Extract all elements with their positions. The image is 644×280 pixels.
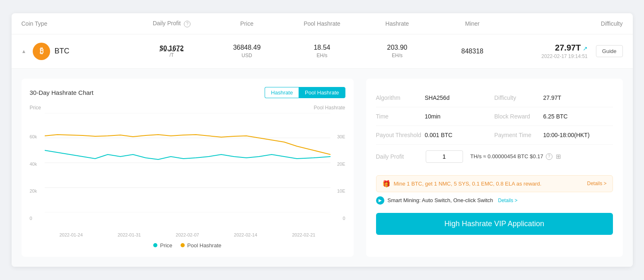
col-header-coin: Coin Type xyxy=(22,20,134,27)
col-header-price: Price xyxy=(209,20,285,27)
pool-hashrate-unit: EH/s xyxy=(316,53,327,58)
y-left-20k: 20k xyxy=(30,188,41,193)
price-value: 36848.49 xyxy=(233,44,261,51)
price-unit: USD xyxy=(241,53,252,58)
coin-name: BTC xyxy=(54,47,69,56)
calculator-icon[interactable]: ⊞ xyxy=(555,153,562,160)
difficulty-label: Difficulty xyxy=(494,94,540,101)
reward-banner: 🎁 Mine 1 BTC, get 1 NMC, 5 SYS, 0.1 EMC,… xyxy=(376,175,613,192)
x-label-1: 2022-01-24 xyxy=(60,232,83,237)
legend-price-dot xyxy=(153,243,157,247)
info-row-algorithm: Algorithm SHA256d Difficulty 27.97T xyxy=(376,89,613,107)
pool-hashrate-cell: 18.54 EH/s xyxy=(285,44,360,59)
x-label-4: 2022-02-14 xyxy=(234,232,257,237)
tab-pool-hashrate[interactable]: Pool Hashrate xyxy=(299,87,345,98)
daily-profit-input[interactable] xyxy=(426,150,463,163)
difficulty-info-value: 27.97T xyxy=(543,94,562,101)
y-left-60k: 60k xyxy=(30,134,41,139)
coin-info-cell: ▲ ₿ BTC xyxy=(22,43,134,60)
col-header-pool-hashrate: Pool Hashrate xyxy=(285,20,360,27)
legend-price: Price xyxy=(153,242,172,249)
miner-cell: 848318 xyxy=(435,48,510,55)
time-label: Time xyxy=(376,113,422,120)
hashrate-cell: 203.90 EH/s xyxy=(359,44,435,59)
profit-calc-help-icon[interactable]: ? xyxy=(546,153,552,160)
pool-hashrate-value: 18.54 xyxy=(314,44,330,51)
info-row-payout: Payout Threshold 0.001 BTC Payment Time … xyxy=(376,126,613,145)
chevron-icon[interactable]: ▲ xyxy=(22,48,27,54)
algorithm-value: SHA256d xyxy=(425,94,450,101)
price-cell: 36848.49 USD xyxy=(209,44,285,59)
difficulty-cell: 27.97T ↗ 2022-02-17 19:14:51 Guide xyxy=(510,43,622,59)
tab-hashrate[interactable]: Hashrate xyxy=(265,87,299,98)
daily-profit-unit: /T xyxy=(134,52,210,58)
daily-profit-cell: $0.1672 /T xyxy=(134,45,210,58)
smart-mining-details-link[interactable]: Details > xyxy=(498,198,518,203)
col-header-difficulty: Difficulty xyxy=(510,20,622,27)
legend-pool: Pool Hashrate xyxy=(181,242,221,249)
profit-calc-text: TH/s ≈ 0.00000454 BTC $0.17 xyxy=(470,153,543,159)
info-row-time: Time 10min Block Reward 6.25 BTC xyxy=(376,107,613,126)
y-left-40k: 40k xyxy=(30,162,41,167)
chart-right-label: Pool Hashrate xyxy=(314,105,345,111)
daily-profit-label: Daily Profit xyxy=(376,153,422,160)
btc-icon: ₿ xyxy=(33,43,50,60)
y-right-0: 0 xyxy=(314,216,345,221)
difficulty-date: 2022-02-17 19:14:51 xyxy=(541,53,587,59)
block-reward-value: 6.25 BTC xyxy=(543,113,568,120)
col-header-miner: Miner xyxy=(435,20,510,27)
miner-value: 848318 xyxy=(461,48,483,55)
col-header-profit: Daily Profit ? xyxy=(134,20,210,27)
smart-mining-icon: ▶ xyxy=(376,196,384,205)
y-left-0: 0 xyxy=(30,216,41,221)
smart-mining-text: Smart Mining: Auto Switch, One-click Swi… xyxy=(388,197,493,203)
profit-help-icon[interactable]: ? xyxy=(184,21,191,27)
reward-text: Mine 1 BTC, get 1 NMC, 5 SYS, 0.1 EMC, 0… xyxy=(394,181,584,187)
x-label-2: 2022-01-31 xyxy=(118,232,141,237)
guide-button[interactable]: Guide xyxy=(596,45,623,57)
payment-time-label: Payment Time xyxy=(494,132,540,138)
legend-pool-dot xyxy=(181,243,185,247)
algorithm-label: Algorithm xyxy=(376,94,422,101)
time-value: 10min xyxy=(425,113,441,120)
smart-banner: ▶ Smart Mining: Auto Switch, One-click S… xyxy=(376,196,613,205)
info-table: Algorithm SHA256d Difficulty 27.97T Time… xyxy=(376,89,613,169)
hashrate-value: 203.90 xyxy=(387,44,408,51)
x-label-5: 2022-02-21 xyxy=(292,232,315,237)
chart-svg xyxy=(45,113,330,212)
payout-label: Payout Threshold xyxy=(376,132,422,138)
chart-title: 30-Day Hashrate Chart xyxy=(30,89,94,96)
payment-time-value: 10:00-18:00(HKT) xyxy=(543,132,590,138)
difficulty-value: 27.97T xyxy=(555,43,581,52)
block-reward-label: Block Reward xyxy=(494,113,540,120)
chart-left-label: Price xyxy=(30,105,41,111)
reward-details-link[interactable]: Details > xyxy=(587,181,606,186)
x-label-3: 2022-02-07 xyxy=(176,232,199,237)
difficulty-arrow-icon: ↗ xyxy=(583,45,588,52)
vip-application-button[interactable]: High Hashrate VIP Application xyxy=(376,213,613,235)
info-row-daily-profit: Daily Profit TH/s ≈ 0.00000454 BTC $0.17… xyxy=(376,145,613,169)
daily-profit-value: $0.1672 xyxy=(160,45,184,52)
col-header-hashrate: Hashrate xyxy=(359,20,435,27)
hashrate-unit: EH/s xyxy=(392,53,403,58)
payout-value: 0.001 BTC xyxy=(425,132,453,138)
gift-icon: 🎁 xyxy=(382,180,391,188)
